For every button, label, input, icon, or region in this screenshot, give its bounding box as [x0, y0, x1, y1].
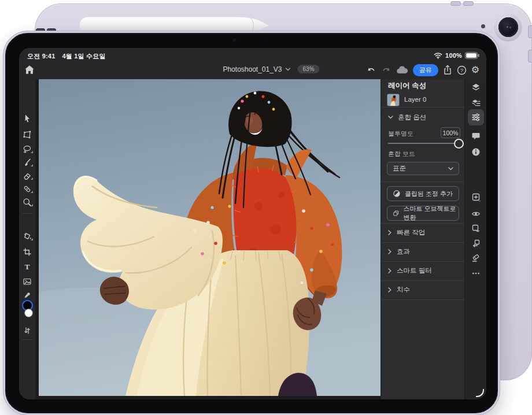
tool-options-indicator: [31, 164, 33, 166]
background-color-swatch[interactable]: [24, 309, 33, 317]
status-date: 4월 1일 수요일: [62, 52, 105, 61]
section-label: 효과: [397, 247, 410, 256]
info-icon[interactable]: [471, 147, 481, 157]
blend-mode-label: 혼합 모드: [388, 150, 415, 158]
tool-options-indicator: [31, 238, 33, 240]
comments-icon[interactable]: [471, 131, 481, 140]
task-bar: [464, 79, 486, 399]
blend-options-label: 혼합 옵션: [398, 113, 426, 122]
opacity-slider-knob[interactable]: [454, 139, 464, 149]
convert-smart-object-button[interactable]: 스마트 오브젝트로 변환: [387, 206, 459, 221]
swap-colors-icon[interactable]: [23, 326, 32, 335]
blend-mode-dropdown[interactable]: 표준: [387, 162, 459, 175]
hero-scene: 오전 9:41 4월 1일 수요일 100%: [0, 0, 532, 415]
crop-tool[interactable]: [23, 247, 32, 257]
adjustments-icon[interactable]: [471, 113, 481, 122]
document-title-group[interactable]: Photoshoot_01_V3 63%: [223, 65, 319, 73]
status-time: 오전 9:41: [27, 52, 55, 61]
section-quick-actions[interactable]: 빠른 작업: [381, 223, 465, 242]
status-bar-right: 100%: [434, 52, 479, 59]
document-title-text: Photoshoot_01_V3: [223, 65, 282, 73]
panel-title: 레이어 속성: [388, 81, 426, 91]
place-photo-tool[interactable]: [23, 277, 32, 286]
section-effects[interactable]: 효과: [381, 242, 465, 261]
layers-icon[interactable]: [471, 83, 481, 92]
chevron-down-icon: [448, 167, 453, 171]
chevron-right-icon: [388, 287, 391, 292]
side-button: [528, 50, 532, 62]
chevron-right-icon: [388, 230, 391, 235]
blend-mode-value: 표준: [393, 164, 406, 173]
tool-options-indicator: [31, 177, 33, 180]
divider: [22, 339, 32, 340]
zoom-level-badge[interactable]: 63%: [298, 65, 320, 73]
export-icon[interactable]: [443, 65, 452, 75]
status-bar: 오전 9:41 4월 1일 수요일: [27, 52, 106, 61]
more-options-icon[interactable]: [471, 269, 481, 278]
section-label: 빠른 작업: [397, 228, 425, 237]
rear-camera-lens: [498, 17, 518, 37]
layer-properties-icon[interactable]: [471, 98, 481, 108]
volume-button: [463, 1, 474, 6]
divider: [22, 213, 32, 214]
layer-properties-panel: 레이어 속성 Layer 0 혼합 옵션: [380, 79, 465, 399]
chevron-down-icon: [388, 116, 393, 119]
chevron-right-icon: [388, 268, 391, 273]
layer-visibility-icon[interactable]: [471, 209, 481, 218]
svg-text:T: T: [24, 262, 29, 271]
section-label: 치수: [397, 286, 410, 294]
cloud-sync-icon[interactable]: [396, 66, 408, 75]
transform-tool[interactable]: [23, 130, 32, 139]
adjustment-icon: [393, 190, 401, 198]
divider: [381, 299, 465, 300]
layer-mask-icon[interactable]: [471, 224, 481, 233]
wifi-icon: [434, 52, 442, 59]
tool-options-indicator: [31, 151, 33, 153]
layer-thumbnail[interactable]: [387, 94, 400, 106]
opacity-label: 불투명도: [388, 129, 413, 138]
blend-options-toggle[interactable]: 혼합 옵션: [388, 112, 426, 123]
section-dimensions[interactable]: 치수: [381, 280, 465, 299]
side-button: [528, 25, 532, 38]
front-sensor: [267, 39, 268, 41]
rear-mic-dot: [481, 24, 485, 28]
ipad-front-device: 오전 9:41 4월 1일 수요일 100%: [3, 31, 500, 415]
svg-text:?: ?: [460, 68, 463, 73]
redo-icon[interactable]: [381, 65, 391, 75]
chevron-right-icon: [388, 249, 391, 254]
help-icon[interactable]: ?: [457, 65, 467, 75]
tool-bar: T: [19, 79, 35, 399]
smart-object-icon: [393, 209, 400, 217]
canvas-area[interactable]: [35, 79, 380, 399]
battery-percent: 100%: [445, 52, 462, 59]
opacity-slider-track[interactable]: [388, 143, 457, 144]
divider: [381, 181, 465, 182]
eyedropper-tool[interactable]: [23, 291, 32, 300]
settings-gear-icon[interactable]: ⚙: [471, 65, 479, 75]
clipping-mask-icon[interactable]: [471, 239, 481, 248]
rear-camera: [495, 14, 522, 40]
add-clipped-adjustment-label: 클립된 조정 추가: [405, 190, 453, 198]
layer-name[interactable]: Layer 0: [404, 96, 426, 103]
clear-layer-icon[interactable]: [471, 253, 481, 262]
chevron-down-icon: [286, 68, 291, 71]
tool-options-indicator: [31, 204, 33, 206]
topbar-actions: 공유 ? ⚙: [366, 63, 479, 77]
type-tool[interactable]: T: [23, 262, 32, 271]
undo-icon[interactable]: [366, 65, 376, 75]
convert-smart-object-label: 스마트 오브젝트로 변환: [404, 205, 459, 222]
share-button[interactable]: 공유: [413, 64, 438, 76]
section-label: 스마트 필터: [397, 266, 432, 275]
battery-icon: [465, 52, 479, 59]
section-smart-filters[interactable]: 스마트 필터: [381, 261, 465, 280]
document-title[interactable]: Photoshoot_01_V3: [223, 65, 290, 73]
canvas-photo[interactable]: [39, 79, 380, 396]
add-layer-icon[interactable]: [471, 192, 481, 202]
home-icon[interactable]: [24, 64, 35, 75]
app-screen: 오전 9:41 4월 1일 수요일 100%: [19, 48, 486, 399]
front-camera: [232, 38, 237, 42]
add-clipped-adjustment-button[interactable]: 클립된 조정 추가: [387, 186, 459, 201]
move-tool[interactable]: [23, 114, 32, 123]
panel-resize-handle[interactable]: [476, 389, 484, 397]
opacity-value[interactable]: 100%: [441, 127, 460, 138]
